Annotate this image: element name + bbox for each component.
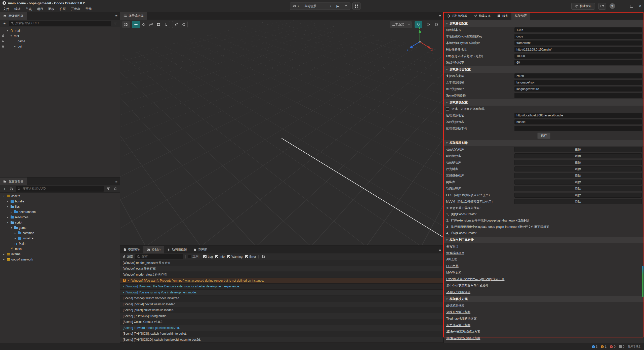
console-log-row[interactable]: ›[Window] Download the Vue Devtools exte… (120, 284, 443, 290)
tab-build-publish[interactable]: 构建发布 (470, 12, 494, 20)
tab-services[interactable]: 服务 (494, 12, 511, 20)
tab-property-inspector[interactable]: 属性检查器 (444, 12, 470, 20)
config-input[interactable]: language/texture (514, 86, 642, 92)
anchor-tool-button[interactable] (162, 21, 170, 28)
menu-item-0[interactable]: 文件 (1, 7, 12, 11)
config-input[interactable]: oops (514, 34, 642, 39)
tree-node[interactable]: game (0, 38, 120, 44)
filter-error-checkbox[interactable]: Error (245, 255, 256, 258)
config-input[interactable]: 1.0.5 (514, 27, 642, 32)
expand-chevron-icon[interactable]: › (123, 291, 124, 294)
doc-link[interactable]: MVVM文档 (446, 271, 461, 275)
platform-select[interactable]: ▾ (290, 3, 302, 10)
remove-module-button[interactable]: 剔除 (514, 147, 642, 152)
tree-node[interactable]: ▸gui (0, 44, 120, 49)
tab-assets[interactable]: 资源管理器 (0, 178, 27, 185)
section-header-game-resource-config[interactable]: ∨游戏资源配置 (444, 99, 644, 106)
open-project-folder-button[interactable] (598, 3, 606, 10)
panel-menu-icon[interactable]: ≡ (439, 246, 441, 253)
preview-qr-button[interactable] (352, 3, 360, 10)
chevron-closed-icon[interactable]: ▸ (14, 45, 16, 48)
chevron-closed-icon[interactable]: ▸ (14, 237, 17, 240)
section-header-framework-module-trim[interactable]: ∨框架模块剔除 (444, 140, 644, 146)
scene-viewport[interactable]: 3D (120, 20, 443, 245)
chevron-closed-icon[interactable]: ▸ (6, 200, 9, 203)
chevron-closed-icon[interactable]: ▸ (3, 253, 5, 255)
chevron-closed-icon[interactable]: ▸ (3, 258, 5, 261)
doc-link[interactable]: Excel格式转Json文件与TypeScript代码工具 (446, 277, 504, 281)
doc-link[interactable]: 游戏模板项目 (446, 251, 464, 255)
remove-module-button[interactable]: 剔除 (514, 186, 642, 191)
remove-module-button[interactable]: 剔除 (514, 166, 642, 171)
section-header-game-basic-config[interactable]: ∨游戏基础配置 (444, 20, 644, 27)
expand-chevron-icon[interactable]: › (123, 285, 124, 288)
section-header-framework-solutions[interactable]: ∨框架解决方案 (444, 296, 644, 302)
doc-link[interactable]: 2D角色扮演游戏解决方案 (446, 330, 480, 334)
tab-asset-preview[interactable]: 资源预览 (120, 246, 143, 253)
chevron-closed-icon[interactable]: ▸ (14, 232, 17, 234)
status-info-counter[interactable]: i 3 (592, 345, 598, 348)
menu-item-7[interactable]: 帮助 (83, 7, 94, 11)
doc-link[interactable]: 教程项目 (446, 244, 458, 249)
help-button[interactable]: ? (610, 3, 615, 9)
pivot-toggle-button[interactable] (172, 21, 180, 28)
remove-module-button[interactable]: 剔除 (514, 193, 642, 198)
tree-node[interactable]: ▾main (0, 28, 120, 33)
config-input[interactable]: 10000 (514, 54, 642, 59)
config-input[interactable] (514, 126, 642, 131)
tree-node[interactable]: ▸internal (0, 251, 120, 257)
hierarchy-search-input[interactable]: 搜索名称或 UUID (9, 21, 111, 26)
maximize-button[interactable] (630, 5, 633, 8)
chevron-open-icon[interactable]: ▾ (10, 34, 13, 37)
tab-console[interactable]: 控制台 (143, 246, 164, 253)
tree-node[interactable]: ▸bundle (0, 199, 120, 204)
tree-node[interactable]: ▾libs (0, 204, 120, 209)
remove-module-button[interactable]: 剔除 (514, 160, 642, 165)
config-input[interactable]: framework (514, 40, 642, 46)
status-warning-counter[interactable]: ! 1 (601, 345, 607, 348)
menu-item-4[interactable]: 面板 (46, 7, 57, 11)
scene-select[interactable]: 当前场景 ▾ (302, 3, 334, 10)
rect-tool-button[interactable] (155, 21, 162, 28)
move-tool-button[interactable] (132, 21, 140, 28)
tab-animation-graph[interactable]: 动画图 (190, 246, 211, 253)
section-header-framework-doc-links[interactable]: ∨框架文档工具链接 (444, 237, 644, 243)
console-search-input[interactable]: 搜索 (135, 254, 183, 259)
tree-node[interactable]: TSMain (0, 241, 120, 246)
config-input[interactable]: bundle (514, 119, 642, 124)
tree-node[interactable]: ▸resources (0, 214, 120, 220)
remove-module-button[interactable]: 剔除 (514, 180, 642, 185)
create-node-button[interactable]: + (2, 21, 7, 26)
play-button[interactable]: ▶ (334, 3, 342, 10)
clear-console-button[interactable]: 清空 (123, 254, 133, 259)
restart-button[interactable] (342, 3, 350, 10)
tab-framework-config[interactable]: 框架配置 (511, 12, 530, 20)
tree-node[interactable]: ▸seedrandom (0, 209, 120, 214)
inspector-scrollbar-thumb[interactable] (642, 266, 643, 297)
menu-item-3[interactable]: 项目 (34, 7, 46, 11)
doc-link[interactable]: 新手引导解决方案 (446, 323, 470, 327)
menu-item-1[interactable]: 编辑 (12, 7, 23, 11)
chevron-open-icon[interactable]: ▾ (6, 29, 9, 32)
config-input[interactable]: http://localhost:8083/assets/bundle (514, 113, 642, 118)
scale-tool-button[interactable] (147, 21, 155, 28)
refresh-assets-button[interactable] (112, 186, 118, 192)
chevron-open-icon[interactable]: ▾ (6, 221, 9, 224)
tree-node[interactable]: ▾game (0, 225, 120, 230)
doc-link[interactable]: 原生包热更新配置自动生成插件 (446, 284, 489, 288)
tree-node[interactable]: main (0, 246, 120, 251)
doc-link[interactable]: 战棋游戏框架 (446, 303, 464, 308)
remove-module-button[interactable]: 剔除 (514, 173, 642, 178)
chevron-open-icon[interactable]: ▾ (6, 205, 9, 208)
panel-menu-icon[interactable]: ≡ (439, 12, 441, 20)
filter-log-checkbox[interactable]: Log (203, 255, 213, 258)
panel-menu-icon[interactable]: ≡ (115, 12, 117, 20)
doc-link[interactable]: 3D角色扮演游戏解决方案 (446, 336, 480, 340)
mode-3d-button[interactable]: 3D (122, 21, 130, 28)
tree-node[interactable]: ▸oops-framework (0, 257, 120, 262)
chevron-closed-icon[interactable]: ▸ (6, 216, 9, 218)
console-log-row[interactable]: !›[Window] [Vue warn]: Property "onInput… (120, 278, 443, 284)
export-log-button[interactable] (261, 254, 266, 259)
filter-warning-checkbox[interactable]: Warning (227, 255, 243, 258)
regex-checkbox[interactable]: 正则 (188, 254, 198, 259)
